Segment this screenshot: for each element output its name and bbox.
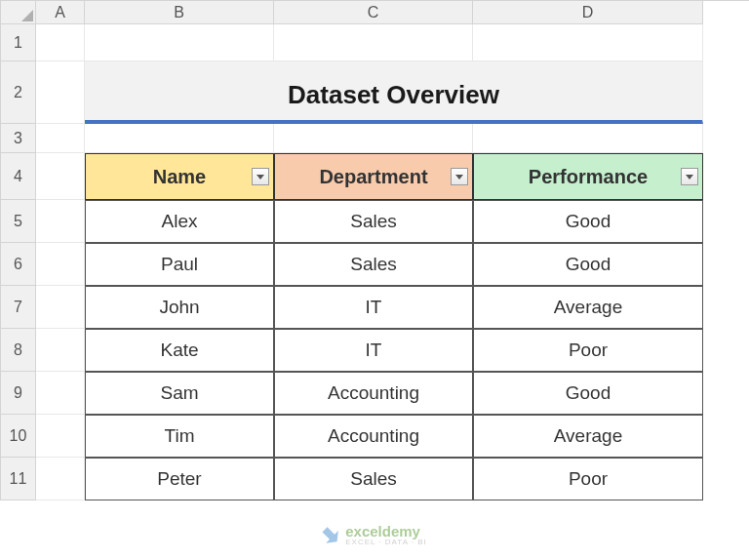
cell-a7[interactable] [36, 286, 85, 329]
chevron-down-icon [686, 175, 693, 180]
header-department[interactable]: Department [274, 153, 473, 200]
row-header-3[interactable]: 3 [1, 124, 36, 153]
cell-a5[interactable] [36, 200, 85, 243]
cell-c3[interactable] [274, 124, 473, 153]
cell-a4[interactable] [36, 153, 85, 200]
cell-a6[interactable] [36, 243, 85, 286]
table-cell-performance[interactable]: Good [473, 243, 703, 286]
table-cell-name[interactable]: John [85, 286, 274, 329]
row-header-7[interactable]: 7 [1, 286, 36, 329]
row-header-11[interactable]: 11 [1, 458, 36, 500]
cell-a3[interactable] [36, 124, 85, 153]
filter-button-performance[interactable] [681, 168, 698, 185]
cell-a1[interactable] [36, 24, 85, 61]
watermark-main: exceldemy [345, 524, 427, 539]
table-cell-performance[interactable]: Poor [473, 458, 703, 500]
col-header-c[interactable]: C [274, 1, 473, 24]
row-header-10[interactable]: 10 [1, 415, 36, 458]
header-performance-label: Performance [529, 166, 648, 188]
table-cell-department[interactable]: Sales [274, 243, 473, 286]
cell-a9[interactable] [36, 372, 85, 415]
watermark-logo-icon [318, 523, 342, 547]
table-cell-performance[interactable]: Good [473, 372, 703, 415]
watermark-sub: EXCEL · DATA · BI [345, 539, 427, 546]
cell-d1[interactable] [473, 24, 703, 61]
row-header-2[interactable]: 2 [1, 61, 36, 124]
row-header-4[interactable]: 4 [1, 153, 36, 200]
table-cell-name[interactable]: Alex [85, 200, 274, 243]
table-cell-department[interactable]: Sales [274, 200, 473, 243]
table-cell-name[interactable]: Peter [85, 458, 274, 500]
table-cell-department[interactable]: Accounting [274, 415, 473, 458]
table-cell-name[interactable]: Sam [85, 372, 274, 415]
cell-c1[interactable] [274, 24, 473, 61]
cell-a10[interactable] [36, 415, 85, 458]
table-cell-performance[interactable]: Good [473, 200, 703, 243]
table-cell-performance[interactable]: Average [473, 415, 703, 458]
row-header-1[interactable]: 1 [1, 24, 36, 61]
watermark: exceldemy EXCEL · DATA · BI [322, 524, 427, 546]
col-header-a[interactable]: A [36, 1, 85, 24]
spreadsheet-grid: A B C D 1 2 Dataset Overview 3 4 Name De… [0, 0, 749, 500]
header-department-label: Department [319, 166, 427, 188]
cell-a2[interactable] [36, 61, 85, 124]
table-cell-department[interactable]: Sales [274, 458, 473, 500]
table-cell-department[interactable]: IT [274, 286, 473, 329]
row-header-8[interactable]: 8 [1, 329, 36, 372]
cell-a11[interactable] [36, 458, 85, 500]
row-header-6[interactable]: 6 [1, 243, 36, 286]
table-cell-performance[interactable]: Average [473, 286, 703, 329]
select-all-corner[interactable] [1, 1, 36, 24]
row-header-9[interactable]: 9 [1, 372, 36, 415]
row-header-5[interactable]: 5 [1, 200, 36, 243]
filter-button-name[interactable] [252, 168, 269, 185]
header-performance[interactable]: Performance [473, 153, 703, 200]
filter-button-department[interactable] [451, 168, 468, 185]
title-cell[interactable]: Dataset Overview [85, 61, 703, 124]
header-name-label: Name [153, 166, 206, 188]
chevron-down-icon [455, 175, 463, 180]
cell-a8[interactable] [36, 329, 85, 372]
table-cell-name[interactable]: Paul [85, 243, 274, 286]
col-header-b[interactable]: B [85, 1, 274, 24]
chevron-down-icon [256, 175, 264, 180]
table-cell-department[interactable]: IT [274, 329, 473, 372]
cell-b3[interactable] [85, 124, 274, 153]
table-cell-department[interactable]: Accounting [274, 372, 473, 415]
header-name[interactable]: Name [85, 153, 274, 200]
table-cell-performance[interactable]: Poor [473, 329, 703, 372]
table-cell-name[interactable]: Tim [85, 415, 274, 458]
table-cell-name[interactable]: Kate [85, 329, 274, 372]
cell-d3[interactable] [473, 124, 703, 153]
col-header-d[interactable]: D [473, 1, 703, 24]
cell-b1[interactable] [85, 24, 274, 61]
